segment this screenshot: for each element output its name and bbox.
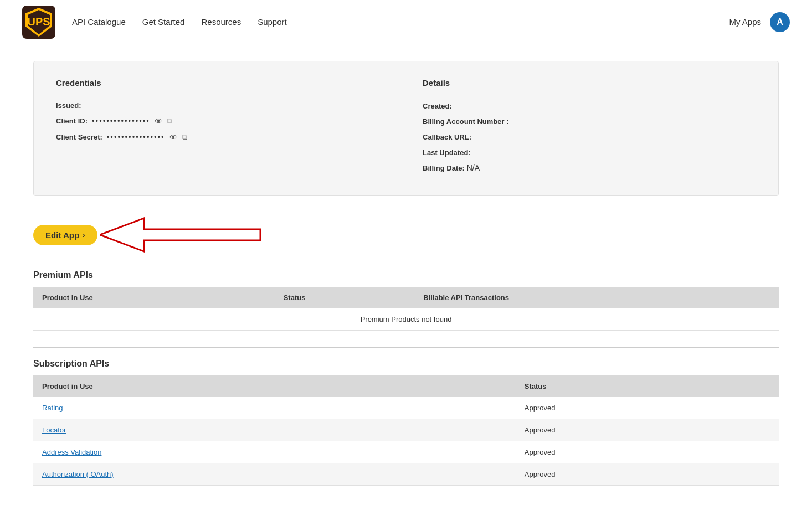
issued-row: Issued: — [56, 101, 389, 110]
credentials-title: Credentials — [56, 78, 389, 92]
subscription-product-link[interactable]: Address Validation — [42, 448, 101, 456]
section-divider — [33, 347, 779, 348]
client-id-copy-icon[interactable]: ⧉ — [167, 116, 172, 126]
details-title: Details — [423, 78, 756, 92]
subscription-row: LocatorApproved — [33, 419, 779, 441]
premium-empty-message: Premium Products not found — [33, 308, 779, 331]
avatar[interactable]: A — [770, 12, 790, 32]
billing-date-row: Billing Date: N/A — [423, 163, 756, 172]
subscription-col-product: Product in Use — [33, 375, 516, 397]
premium-apis-heading: Premium APIs — [33, 270, 779, 280]
premium-table-header: Product in Use Status Billable API Trans… — [33, 287, 779, 308]
edit-app-label: Edit App — [45, 230, 79, 240]
premium-empty-row: Premium Products not found — [33, 308, 779, 331]
premium-col-billable: Billable API Transactions — [414, 287, 779, 308]
subscription-apis-heading: Subscription APIs — [33, 359, 779, 369]
my-apps-link[interactable]: My Apps — [729, 17, 761, 27]
subscription-product-cell: Address Validation — [33, 441, 516, 463]
last-updated-row: Last Updated: — [423, 148, 756, 157]
client-id-label: Client ID: — [56, 117, 88, 125]
issued-label: Issued: — [56, 101, 81, 110]
callback-url-row: Callback URL: — [423, 132, 756, 141]
client-secret-eye-icon[interactable]: 👁 — [169, 133, 177, 142]
credentials-section: Credentials Issued: Client ID: •••••••••… — [56, 78, 389, 179]
subscription-product-link[interactable]: Authorization ( OAuth) — [42, 470, 114, 478]
premium-col-product: Product in Use — [33, 287, 275, 308]
subscription-apis-table: Product in Use Status RatingApprovedLoca… — [33, 375, 779, 486]
billing-account-label: Billing Account Number : — [423, 117, 509, 126]
client-secret-label: Client Secret: — [56, 133, 102, 141]
subscription-row: Authorization ( OAuth)Approved — [33, 463, 779, 486]
client-id-eye-icon[interactable]: 👁 — [155, 117, 162, 126]
subscription-status-cell: Approved — [516, 419, 779, 441]
red-arrow-annotation — [100, 213, 277, 257]
edit-app-button[interactable]: Edit App › — [33, 225, 97, 245]
edit-app-chevron-icon: › — [83, 230, 85, 239]
subscription-table-header: Product in Use Status — [33, 375, 779, 397]
nav-get-started[interactable]: Get Started — [142, 17, 185, 27]
client-secret-copy-icon[interactable]: ⧉ — [182, 132, 187, 142]
edit-app-area: Edit App › — [33, 213, 779, 257]
svg-text:UPS: UPS — [27, 16, 50, 28]
billing-account-row: Billing Account Number : — [423, 117, 756, 126]
client-secret-value: •••••••••••••••• — [107, 133, 165, 141]
header-right: My Apps A — [729, 12, 790, 32]
subscription-product-link[interactable]: Locator — [42, 426, 66, 434]
client-secret-row: Client Secret: •••••••••••••••• 👁 ⧉ — [56, 132, 389, 142]
created-label: Created: — [423, 102, 452, 110]
svg-marker-4 — [100, 218, 260, 251]
subscription-col-status: Status — [516, 375, 779, 397]
nav-api-catalogue[interactable]: API Catalogue — [72, 17, 126, 27]
premium-col-status: Status — [275, 287, 415, 308]
subscription-product-cell: Authorization ( OAuth) — [33, 463, 516, 486]
client-id-row: Client ID: •••••••••••••••• 👁 ⧉ — [56, 116, 389, 126]
billing-date-label: Billing Date: — [423, 164, 465, 172]
subscription-row: RatingApproved — [33, 397, 779, 419]
created-row: Created: — [423, 101, 756, 110]
subscription-status-cell: Approved — [516, 397, 779, 419]
client-id-value: •••••••••••••••• — [92, 117, 150, 125]
premium-apis-table: Product in Use Status Billable API Trans… — [33, 287, 779, 331]
main-nav: API Catalogue Get Started Resources Supp… — [72, 17, 729, 27]
last-updated-label: Last Updated: — [423, 148, 471, 157]
subscription-product-link[interactable]: Rating — [42, 404, 63, 412]
subscription-row: Address ValidationApproved — [33, 441, 779, 463]
ups-logo[interactable]: UPS — [22, 6, 55, 39]
nav-resources[interactable]: Resources — [201, 17, 241, 27]
callback-url-label: Callback URL: — [423, 133, 471, 141]
subscription-status-cell: Approved — [516, 463, 779, 486]
subscription-status-cell: Approved — [516, 441, 779, 463]
main-content: Credentials Issued: Client ID: •••••••••… — [0, 44, 812, 515]
header: UPS API Catalogue Get Started Resources … — [0, 0, 812, 44]
billing-date-value: N/A — [467, 163, 480, 172]
subscription-product-cell: Rating — [33, 397, 516, 419]
credentials-card: Credentials Issued: Client ID: •••••••••… — [33, 61, 779, 196]
subscription-product-cell: Locator — [33, 419, 516, 441]
details-section: Details Created: Billing Account Number … — [423, 78, 756, 179]
nav-support[interactable]: Support — [258, 17, 287, 27]
